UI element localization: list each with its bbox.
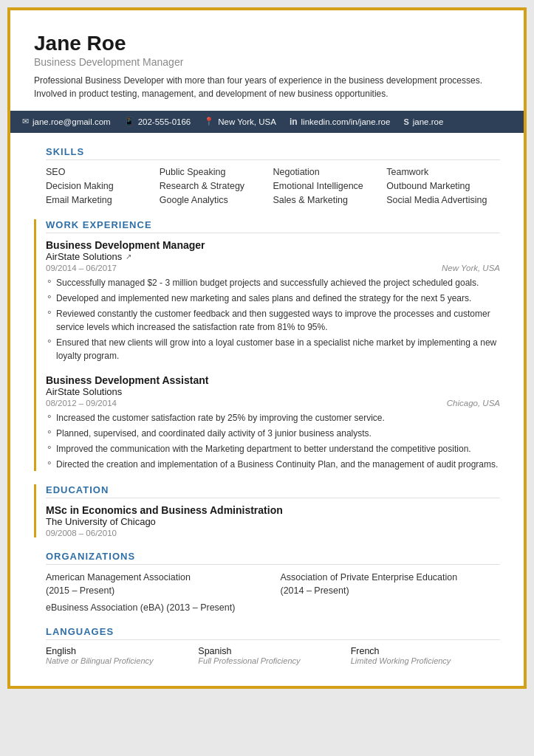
lang-item-1: English Native or Bilingual Proficiency [46, 646, 195, 665]
company-name-2: AirState Solutions [46, 386, 122, 397]
section-line-edu [34, 484, 36, 537]
location-value: New York, USA [218, 117, 276, 126]
email-value: jane.roe@gmail.com [32, 117, 111, 126]
header-section: Jane Roe Business Development Manager Pr… [34, 31, 500, 100]
education-title: EDUCATION [46, 484, 500, 498]
skill-emotional-intelligence: Emotional Intelligence [273, 180, 387, 192]
lang-item-2: Spanish Full Professional Proficiency [198, 646, 347, 665]
skype-icon: S [403, 117, 408, 126]
work-meta-2: 08/2012 – 09/2014 Chicago, USA [46, 399, 500, 408]
org-years-1: (2015 – Present) [46, 584, 266, 598]
phone-icon: 📱 [124, 117, 134, 126]
skills-section: SKILLS SEO Public Speaking Negotiation T… [34, 146, 500, 206]
work-location-2: Chicago, USA [447, 399, 500, 408]
resume-body: Jane Roe Business Development Manager Pr… [10, 10, 524, 686]
bullet-2-1: Increased the customer satisfaction rate… [46, 411, 500, 425]
edu-school-1: The University of Chicago [46, 516, 500, 527]
org-single: eBusiness Association (eBA) (2013 – Pres… [46, 602, 500, 613]
organizations-title: ORGANIZATIONS [46, 551, 500, 565]
skill-public-speaking: Public Speaking [160, 166, 273, 178]
skill-outbound-marketing: Outbound Marketing [386, 180, 500, 192]
work-date-2: 08/2012 – 09/2014 [46, 399, 117, 408]
education-section: EDUCATION MSc in Economics and Business … [34, 484, 500, 537]
skill-email-marketing: Email Marketing [46, 194, 160, 206]
languages-section: LANGUAGES English Native or Bilingual Pr… [34, 626, 500, 665]
job-title: Business Development Manager [34, 56, 500, 68]
lang-level-3: Limited Working Proficiency [351, 656, 500, 665]
work-title-2: Business Development Assistant [46, 374, 500, 386]
contact-skype: S jane.roe [403, 117, 443, 126]
phone-value: 202-555-0166 [138, 117, 191, 126]
skill-sales-marketing: Sales & Marketing [273, 194, 387, 206]
languages-grid: English Native or Bilingual Proficiency … [46, 646, 500, 665]
skill-research-strategy: Research & Strategy [160, 180, 273, 192]
location-icon: 📍 [204, 117, 214, 126]
bullet-1-2: Developed and implemented new marketing … [46, 292, 500, 305]
contact-linkedin: in linkedin.com/in/jane.roe [290, 117, 391, 127]
edu-degree-1: MSc in Economics and Business Administra… [46, 504, 500, 516]
contact-bar: ✉ jane.roe@gmail.com 📱 202-555-0166 📍 Ne… [10, 111, 524, 133]
work-meta-1: 09/2014 – 06/2017 New York, USA [46, 264, 500, 272]
skill-google-analytics: Google Analytics [160, 194, 273, 206]
bullet-1-1: Successfully managed $2 - 3 million budg… [46, 276, 500, 289]
skills-title: SKILLS [46, 146, 500, 160]
orgs-grid: American Management Association (2015 – … [46, 571, 500, 599]
skill-negotiation: Negotiation [273, 166, 387, 178]
company-name-1: AirState Solutions [46, 251, 122, 262]
contact-email: ✉ jane.roe@gmail.com [22, 117, 111, 126]
skill-decision-making: Decision Making [46, 180, 160, 192]
work-company-2: AirState Solutions [46, 386, 500, 397]
candidate-name: Jane Roe [34, 31, 500, 56]
org-item-1: American Management Association (2015 – … [46, 571, 266, 599]
contact-phone: 📱 202-555-0166 [124, 117, 191, 126]
lang-level-1: Native or Bilingual Proficiency [46, 656, 195, 665]
organizations-section: ORGANIZATIONS American Management Associ… [34, 551, 500, 614]
lang-level-2: Full Professional Proficiency [198, 656, 347, 665]
work-entry-2: Business Development Assistant AirState … [46, 374, 500, 471]
contact-location: 📍 New York, USA [204, 117, 276, 126]
work-date-1: 09/2014 – 06/2017 [46, 264, 117, 272]
work-title-1: Business Development Manager [46, 239, 500, 251]
lang-name-3: French [351, 646, 500, 656]
email-icon: ✉ [22, 117, 29, 126]
org-name-1: American Management Association [46, 571, 266, 585]
linkedin-icon: in [290, 117, 298, 127]
skill-social-media: Social Media Advertising [386, 194, 500, 206]
org-name-2: Association of Private Enterprise Educat… [281, 571, 501, 585]
summary-text: Professional Business Developer with mor… [34, 74, 500, 100]
resume-document: Jane Roe Business Development Manager Pr… [7, 7, 527, 689]
org-item-2: Association of Private Enterprise Educat… [281, 571, 501, 599]
linkedin-value: linkedin.com/in/jane.roe [301, 117, 391, 126]
bullet-1-4: Ensured that new clients will grow into … [46, 336, 500, 362]
edu-entry-1: MSc in Economics and Business Administra… [46, 504, 500, 537]
lang-item-3: French Limited Working Proficiency [351, 646, 500, 665]
skills-grid: SEO Public Speaking Negotiation Teamwork… [46, 166, 500, 206]
external-link-icon-1: ↗ [126, 252, 131, 261]
work-bullets-1: Successfully managed $2 - 3 million budg… [46, 276, 500, 362]
section-line-work [34, 219, 36, 471]
skill-teamwork: Teamwork [386, 166, 500, 178]
bullet-2-3: Improved the communication with the Mark… [46, 442, 500, 456]
org-years-2: (2014 – Present) [281, 584, 501, 598]
skill-seo: SEO [46, 166, 160, 178]
bullet-2-4: Directed the creation and implementation… [46, 458, 500, 471]
work-company-1: AirState Solutions ↗ [46, 251, 500, 262]
work-experience-title: WORK EXPERIENCE [46, 219, 500, 233]
languages-title: LANGUAGES [46, 626, 500, 640]
lang-name-1: English [46, 646, 195, 656]
work-entry-1: Business Development Manager AirState So… [46, 239, 500, 362]
skype-value: jane.roe [413, 117, 444, 126]
work-experience-section: WORK EXPERIENCE Business Development Man… [34, 219, 500, 471]
work-bullets-2: Increased the customer satisfaction rate… [46, 411, 500, 471]
edu-date-1: 09/2008 – 06/2010 [46, 529, 500, 537]
bullet-2-2: Planned, supervised, and coordinated dai… [46, 427, 500, 440]
work-location-1: New York, USA [442, 264, 500, 272]
bullet-1-3: Reviewed constantly the customer feedbac… [46, 307, 500, 334]
lang-name-2: Spanish [198, 646, 347, 656]
